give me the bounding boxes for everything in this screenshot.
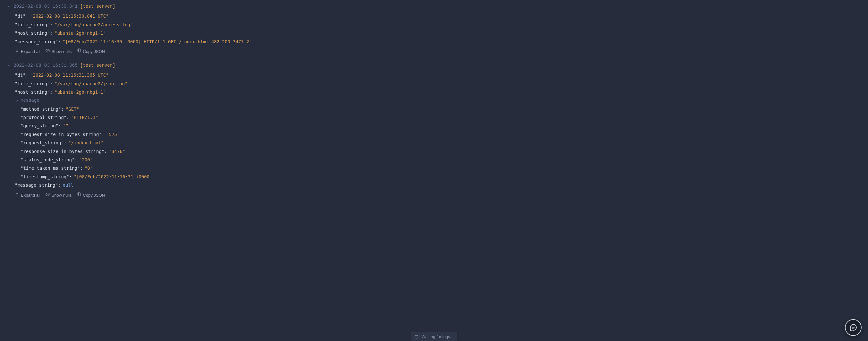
field-value: "200": [79, 156, 93, 163]
field-row: "request_size_in_bytes_string": "575": [21, 130, 868, 138]
clipboard-icon: [77, 192, 82, 199]
log-entry: 2022-02-08 03:16:31.365[test_server]"dt"…: [0, 59, 868, 203]
expand-all-label: Expand all: [21, 49, 40, 55]
field-row: "file_string": "/var/log/apache2/access.…: [15, 21, 868, 29]
field-key: "dt": [15, 12, 26, 20]
expand-all-button[interactable]: Expand all: [15, 49, 40, 55]
show-nulls-button[interactable]: Show nulls: [45, 192, 72, 199]
field-row: "method_string": "GET": [21, 105, 868, 113]
help-chat-button[interactable]: [845, 319, 862, 336]
nested-object-label: message: [21, 97, 39, 104]
chevron-down-icon[interactable]: [6, 4, 11, 8]
field-value: "2022-02-08 11:16:30.841 UTC": [30, 12, 108, 20]
show-nulls-button[interactable]: Show nulls: [45, 49, 72, 55]
field-key: "method_string": [21, 105, 61, 113]
nested-body: "method_string": "GET""protocol_string":…: [15, 105, 868, 181]
copy-json-label: Copy JSON: [83, 49, 105, 55]
field-value: "": [63, 122, 68, 129]
field-key: "host_string": [15, 89, 50, 96]
field-value: "/index.html": [68, 139, 103, 146]
field-key: "request_size_in_bytes_string": [21, 131, 102, 138]
field-key: "status_code_string": [21, 156, 75, 163]
log-source: [test_server]: [80, 3, 115, 10]
field-value: "[08/Feb/2022:11:16:31 +0000]": [74, 173, 155, 180]
log-actions: Expand allShow nullsCopy JSON: [15, 46, 868, 57]
copy-json-label: Copy JSON: [83, 192, 105, 199]
field-value: "/var/log/apache2/json.log": [55, 80, 128, 87]
field-key: "dt": [15, 71, 26, 79]
eye-icon: [45, 49, 50, 55]
field-key: "message_string": [15, 182, 58, 189]
field-row: "status_code_string": "200": [21, 156, 868, 164]
show-nulls-label: Show nulls: [52, 49, 72, 55]
expand-all-button[interactable]: Expand all: [15, 192, 40, 199]
field-value: "HTTP/1.1": [71, 114, 98, 121]
field-row: "host_string": "ubuntu-2gb-nbg1-1": [15, 88, 868, 96]
field-value: "3476": [109, 148, 125, 155]
status-bar: Waiting for logs...: [0, 333, 868, 341]
log-source: [test_server]: [80, 62, 115, 69]
field-row: "dt": "2022-02-08 11:16:31.365 UTC": [15, 71, 868, 79]
field-row: "timestamp_string": "[08/Feb/2022:11:16:…: [21, 173, 868, 181]
field-value: "GET": [66, 105, 79, 113]
log-entry: 2022-02-08 03:16:30.841[test_server]"dt"…: [0, 0, 868, 59]
expand-icon: [15, 49, 19, 55]
field-key: "query_string": [21, 122, 58, 129]
field-row: "response_size_in_bytes_string": "3476": [21, 147, 868, 156]
field-value: "ubuntu-2gb-nbg1-1": [55, 89, 106, 96]
chevron-down-icon[interactable]: [6, 64, 11, 67]
field-value: "ubuntu-2gb-nbg1-1": [55, 30, 106, 37]
expand-all-label: Expand all: [21, 192, 40, 199]
field-value: "575": [106, 131, 120, 138]
field-key: "message_string": [15, 38, 58, 45]
log-body: "dt": "2022-02-08 11:16:31.365 UTC""file…: [0, 70, 868, 200]
log-timestamp: 2022-02-08 03:16:31.365: [13, 62, 78, 69]
field-row: "query_string": "": [21, 122, 868, 130]
log-header[interactable]: 2022-02-08 03:16:30.841[test_server]: [0, 0, 868, 11]
field-key: "request_string": [21, 139, 64, 146]
field-value: "[08/Feb/2022:11:16:30 +0000] HTTP/1.1 G…: [63, 38, 252, 45]
field-row: "time_taken_ms_string": "0": [21, 164, 868, 172]
loading-spinner-icon: [414, 335, 418, 339]
log-header[interactable]: 2022-02-08 03:16:31.365[test_server]: [0, 59, 868, 70]
field-key: "file_string": [15, 80, 50, 87]
field-value: "/var/log/apache2/access.log": [55, 21, 133, 28]
log-body: "dt": "2022-02-08 11:16:30.841 UTC""file…: [0, 11, 868, 56]
field-key: "response_size_in_bytes_string": [21, 148, 104, 155]
svg-point-2: [47, 194, 49, 195]
field-row: "host_string": "ubuntu-2gb-nbg1-1": [15, 29, 868, 37]
field-key: "protocol_string": [21, 114, 66, 121]
field-row: "message_string": "[08/Feb/2022:11:16:30…: [15, 37, 868, 46]
field-row: "dt": "2022-02-08 11:16:30.841 UTC": [15, 12, 868, 20]
field-key: "time_taken_ms_string": [21, 164, 80, 172]
svg-rect-3: [78, 193, 81, 196]
field-row: "request_string": "/index.html": [21, 138, 868, 147]
chevron-down-icon[interactable]: [15, 99, 19, 103]
status-text: Waiting for logs...: [422, 334, 454, 340]
eye-icon: [45, 192, 50, 199]
copy-json-button[interactable]: Copy JSON: [77, 192, 105, 199]
svg-rect-1: [78, 49, 81, 52]
field-value: "2022-02-08 11:16:31.365 UTC": [30, 71, 108, 79]
log-timestamp: 2022-02-08 03:16:30.841: [13, 3, 78, 10]
log-actions: Expand allShow nullsCopy JSON: [15, 190, 868, 200]
nested-object-header[interactable]: message: [15, 96, 868, 104]
field-value: "0": [85, 164, 93, 172]
field-key: "file_string": [15, 21, 50, 28]
expand-icon: [15, 192, 19, 199]
chat-bubble-icon: [849, 323, 858, 332]
copy-json-button[interactable]: Copy JSON: [77, 49, 105, 55]
field-row: "message_string": null: [15, 181, 868, 189]
field-key: "host_string": [15, 30, 50, 37]
field-value: null: [63, 182, 73, 189]
field-row: "file_string": "/var/log/apache2/json.lo…: [15, 80, 868, 88]
show-nulls-label: Show nulls: [52, 192, 72, 199]
field-row: "protocol_string": "HTTP/1.1": [21, 113, 868, 122]
field-key: "timestamp_string": [21, 173, 69, 180]
clipboard-icon: [77, 49, 82, 55]
svg-point-0: [47, 50, 49, 51]
